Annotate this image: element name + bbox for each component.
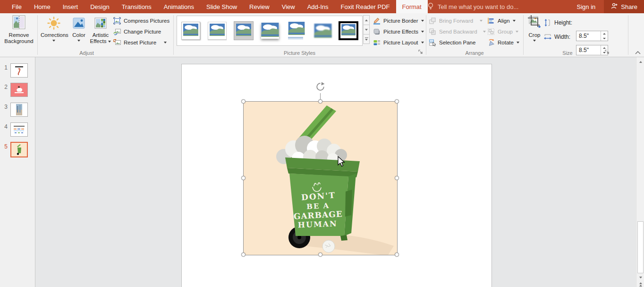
tab-add-ins[interactable]: Add-Ins [301, 0, 335, 13]
slide-1-thumbnail-image [11, 64, 27, 77]
remove-background-label-line1: Remove [2, 32, 36, 38]
dropdown-arrow-icon [516, 31, 518, 33]
collapse-ribbon-button[interactable] [635, 50, 641, 55]
tab-view[interactable]: View [276, 0, 301, 13]
picture-border-icon [373, 17, 381, 25]
dropdown-arrow-icon [421, 20, 424, 22]
compress-pictures-label: Compress Pictures [124, 18, 169, 24]
change-picture-button[interactable]: Change Picture [113, 26, 172, 36]
scroll-down-button[interactable] [637, 274, 644, 281]
tab-format[interactable]: Format [396, 0, 428, 13]
dropdown-arrow-icon [52, 40, 55, 42]
tell-me-box[interactable]: Tell me what you want to do... [427, 0, 518, 13]
tab-review[interactable]: Review [243, 0, 276, 13]
height-input[interactable] [576, 31, 601, 41]
gallery-more-button[interactable] [363, 34, 370, 44]
bring-forward-label: Bring Forward [439, 18, 473, 24]
scrollbar-thumb[interactable] [637, 221, 644, 273]
width-row: Width: [544, 32, 570, 42]
picture-border-button[interactable]: Picture Border [373, 16, 424, 26]
picture-layout-label: Picture Layout [383, 40, 418, 45]
resize-handle-bottom-left[interactable] [241, 252, 246, 257]
tab-transitions[interactable]: Transitions [116, 0, 158, 13]
slide-3-thumbnail-image [11, 103, 27, 116]
tab-insert[interactable]: Insert [57, 0, 85, 13]
color-label: Color [69, 32, 89, 38]
picture-effects-label: Picture Effects [383, 29, 418, 35]
lightbulb-icon [427, 2, 434, 11]
height-spin-up-button[interactable] [601, 31, 608, 36]
height-row: Height: [544, 17, 572, 27]
group-separator [173, 15, 174, 55]
align-button[interactable]: Align [487, 16, 516, 26]
crop-button[interactable]: Crop [525, 15, 544, 55]
picture-style-reflected-rectangle[interactable] [286, 19, 307, 42]
sun-icon [47, 17, 60, 30]
resize-handle-top-left[interactable] [241, 99, 246, 104]
picture-style-drop-shadow-rectangle[interactable] [259, 19, 281, 42]
dropdown-arrow-icon [164, 42, 167, 43]
remove-background-button[interactable]: Remove Background [2, 15, 36, 55]
crop-label: Crop [525, 32, 544, 38]
tab-design[interactable]: Design [84, 0, 115, 13]
selection-pane-button[interactable]: Selection Pane [429, 37, 475, 47]
resize-handle-middle-right[interactable] [395, 176, 399, 180]
picture-style-simple-frame-white[interactable] [180, 19, 202, 42]
titlebar-right: Sign in Share [568, 0, 644, 13]
resize-handle-top-center[interactable] [318, 99, 322, 104]
slide-1-thumbnail[interactable] [10, 63, 28, 78]
mouse-cursor [337, 156, 347, 167]
scroll-up-button[interactable] [637, 58, 644, 66]
gallery-scroll-down-button[interactable] [363, 25, 370, 35]
gallery-scroll-up-button[interactable] [363, 15, 370, 25]
picture-style-beveled-frame-white[interactable] [206, 19, 228, 42]
tab-slide-show[interactable]: Slide Show [200, 0, 243, 13]
send-backward-icon [429, 28, 436, 35]
bring-forward-icon [429, 17, 436, 25]
picture-layout-button[interactable]: Picture Layout [373, 37, 424, 47]
send-backward-button: Send Backward [429, 26, 486, 36]
picture-style-metal-frame[interactable] [233, 19, 254, 42]
bin-text-line4: HUMAN [298, 219, 338, 230]
vertical-scrollbar[interactable] [636, 57, 644, 287]
remove-background-icon [11, 15, 26, 30]
slide-2-thumbnail[interactable] [10, 83, 28, 97]
picture-effects-icon [373, 28, 381, 35]
group-separator [37, 15, 38, 55]
selection-pane-icon [429, 39, 436, 46]
dropdown-arrow-icon [108, 41, 111, 43]
slide-5-thumbnail[interactable] [10, 142, 28, 157]
picture-style-simple-frame-black[interactable] [338, 19, 359, 42]
picture-effects-button[interactable]: Picture Effects [373, 26, 424, 36]
compress-pictures-button[interactable]: Compress Pictures [113, 16, 172, 26]
reset-picture-button[interactable]: Reset Picture [113, 37, 172, 47]
resize-handle-bottom-right[interactable] [395, 252, 399, 257]
dropdown-arrow-icon [480, 20, 483, 22]
resize-handle-top-right[interactable] [395, 99, 399, 104]
tab-animations[interactable]: Animations [158, 0, 200, 13]
tab-file[interactable]: File [6, 0, 28, 13]
crop-icon [527, 15, 542, 30]
artistic-effects-button[interactable]: Artistic Effects [89, 15, 112, 55]
previous-slide-button[interactable] [637, 281, 644, 287]
picture-style-soft-edge-rectangle[interactable] [312, 19, 334, 42]
slide-3-thumbnail[interactable] [10, 103, 28, 117]
height-spin-down-button[interactable] [601, 36, 608, 41]
slide-4-thumbnail[interactable] [10, 122, 28, 137]
tab-home[interactable]: Home [28, 0, 57, 13]
rotate-button[interactable]: Rotate [487, 37, 519, 47]
corrections-button[interactable]: Corrections [41, 15, 67, 55]
resize-handle-middle-left[interactable] [241, 176, 246, 180]
rotate-label: Rotate [498, 40, 514, 45]
dropdown-arrow-icon [483, 31, 486, 33]
adjust-group-label: Adjust [0, 50, 173, 56]
group-separator [523, 15, 524, 55]
tab-foxit-reader-pdf[interactable]: Foxit Reader PDF [334, 0, 396, 13]
rotate-handle[interactable] [315, 82, 325, 92]
resize-handle-bottom-center[interactable] [318, 252, 322, 257]
share-button[interactable]: Share [604, 0, 644, 13]
send-backward-label: Send Backward [439, 29, 477, 35]
color-button[interactable]: Color [69, 15, 89, 55]
sign-in-button[interactable]: Sign in [568, 0, 604, 13]
selected-picture-garbage-bin[interactable]: DON'T BE A GARBAGE HUMAN [244, 102, 397, 255]
